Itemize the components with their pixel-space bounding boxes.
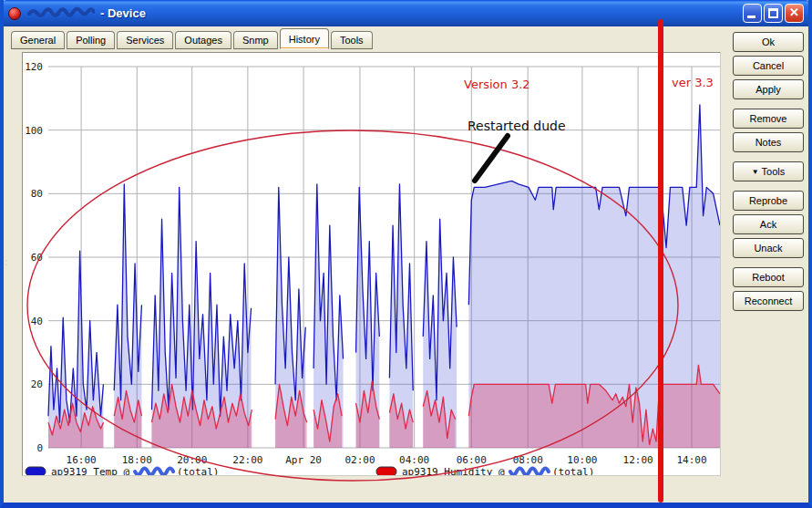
reconnect-button[interactable]: Reconnect <box>733 291 804 311</box>
svg-text:08:00: 08:00 <box>513 454 543 466</box>
tab-outages[interactable]: Outages <box>175 31 231 49</box>
unack-button[interactable]: Unack <box>733 238 804 258</box>
svg-text:12:00: 12:00 <box>623 454 653 466</box>
dropdown-arrow-icon: ▼ <box>752 168 759 176</box>
device-dialog-window: - Device ✕ General Polling Services Outa… <box>0 0 812 508</box>
minimize-icon <box>747 16 755 18</box>
reboot-button[interactable]: Reboot <box>733 267 804 287</box>
maximize-icon <box>768 8 778 18</box>
svg-text:ap9319_Humidity @: ap9319_Humidity @ <box>402 466 505 475</box>
maximize-button[interactable] <box>764 4 783 23</box>
svg-text:14:00: 14:00 <box>676 454 706 466</box>
ok-button[interactable]: Ok <box>733 32 804 52</box>
svg-text:0: 0 <box>36 442 43 454</box>
reprobe-button[interactable]: Reprobe <box>733 191 804 211</box>
apply-button[interactable]: Apply <box>733 79 804 99</box>
svg-text:ap9319_Temp @: ap9319_Temp @ <box>51 466 129 475</box>
svg-text:04:00: 04:00 <box>399 454 429 466</box>
remove-button[interactable]: Remove <box>733 109 804 129</box>
tools-dropdown-button[interactable]: ▼Tools <box>733 161 804 181</box>
svg-text:06:00: 06:00 <box>457 454 487 466</box>
svg-text:Apr 20: Apr 20 <box>285 454 322 466</box>
tab-history[interactable]: History <box>280 28 329 49</box>
svg-text:20:00: 20:00 <box>177 454 207 466</box>
svg-text:120: 120 <box>25 61 43 73</box>
notes-button[interactable]: Notes <box>733 132 804 152</box>
tab-bar: General Polling Services Outages Snmp Hi… <box>11 29 375 49</box>
svg-text:40: 40 <box>31 316 43 327</box>
svg-text:60: 60 <box>31 252 43 264</box>
svg-text:16:00: 16:00 <box>67 454 97 466</box>
window-title: - Device <box>100 6 146 20</box>
side-button-column: Ok Cancel Apply Remove Notes ▼Tools Repr… <box>733 32 804 315</box>
close-icon: ✕ <box>786 5 803 19</box>
svg-text:80: 80 <box>31 188 43 200</box>
tab-services[interactable]: Services <box>117 31 173 49</box>
svg-text:02:00: 02:00 <box>344 454 375 466</box>
cancel-button[interactable]: Cancel <box>733 56 804 76</box>
svg-text:(total): (total) <box>177 466 219 475</box>
svg-text:(total): (total) <box>552 466 594 475</box>
app-icon <box>8 7 21 20</box>
tab-tools[interactable]: Tools <box>331 31 373 49</box>
ack-button[interactable]: Ack <box>733 214 804 234</box>
svg-text:100: 100 <box>25 125 43 137</box>
tab-snmp[interactable]: Snmp <box>233 31 278 49</box>
close-button[interactable]: ✕ <box>785 4 804 23</box>
history-chart[interactable]: 02040608010012016:0018:0020:0022:00Apr 2… <box>23 53 720 475</box>
minimize-button[interactable] <box>743 4 762 23</box>
svg-text:20: 20 <box>31 378 43 390</box>
tab-general[interactable]: General <box>11 31 65 49</box>
redacted-title-scribble <box>27 5 95 22</box>
tab-polling[interactable]: Polling <box>67 31 115 49</box>
screen-artifact-dots: : <box>5 256 7 267</box>
svg-text:18:00: 18:00 <box>122 454 152 466</box>
titlebar[interactable]: - Device ✕ <box>0 0 812 26</box>
svg-text:10:00: 10:00 <box>567 454 597 466</box>
history-chart-panel[interactable]: 02040608010012016:0018:0020:0022:00Apr 2… <box>22 52 721 476</box>
svg-text:22:00: 22:00 <box>232 454 262 466</box>
